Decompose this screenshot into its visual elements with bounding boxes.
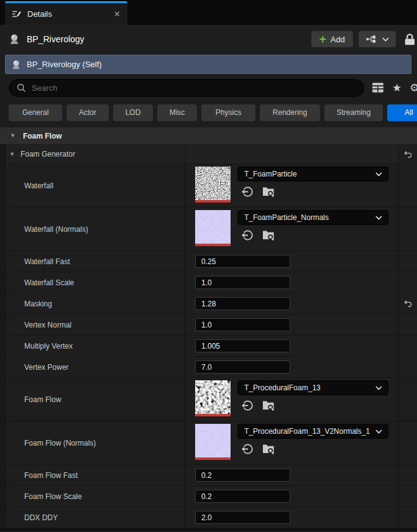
filter-button-all[interactable]: All: [387, 104, 417, 121]
property-row-foam-flow-normals: Foam Flow (Normals) T_ProceduralFoam_13_…: [0, 421, 417, 465]
actor-icon: [11, 60, 21, 70]
property-row-masking: Masking: [0, 293, 417, 314]
asset-dropdown[interactable]: T_FoamParticle_Normals: [237, 210, 388, 225]
filter-button-row: GeneralActorLODMiscPhysicsRenderingStrea…: [0, 101, 417, 124]
indent-guide: [6, 164, 13, 207]
search-side-icons: ★ ⚙: [372, 82, 417, 93]
number-input[interactable]: [196, 471, 290, 480]
filter-button-rendering[interactable]: Rendering: [260, 104, 320, 121]
indent-guide: [6, 507, 13, 528]
self-object-row[interactable]: BP_Riverology (Self): [5, 55, 411, 74]
browse-to-asset-icon[interactable]: [262, 229, 275, 242]
number-field[interactable]: [195, 339, 290, 352]
reset-to-default-icon[interactable]: [403, 299, 413, 308]
texture-thumbnail[interactable]: [195, 424, 231, 460]
indent-guide: [6, 336, 13, 356]
use-selected-asset-icon[interactable]: [241, 399, 254, 412]
thumbnail-underline: [195, 244, 231, 246]
property-matrix-icon[interactable]: [372, 82, 384, 93]
number-field[interactable]: [195, 469, 290, 482]
expander-arrow-icon[interactable]: ▼: [10, 133, 16, 139]
subobjects-menu-button[interactable]: [359, 31, 396, 47]
close-icon[interactable]: ✕: [114, 9, 121, 19]
asset-dropdown[interactable]: T_ProceduralFoam_13: [237, 380, 388, 395]
property-label: Foam Flow Scale: [24, 492, 82, 501]
filter-button-general[interactable]: General: [9, 104, 62, 121]
property-grid: ▼ Foam Generator Waterfall: [0, 145, 417, 528]
browse-to-asset-icon[interactable]: [262, 399, 275, 412]
filter-button-streaming[interactable]: Streaming: [324, 104, 383, 121]
actor-icon: [9, 34, 20, 45]
favorites-star-icon[interactable]: ★: [392, 83, 401, 93]
panel-bottom-edge: [0, 528, 417, 531]
search-box[interactable]: [9, 79, 364, 97]
add-button[interactable]: + Add: [311, 31, 353, 47]
number-input[interactable]: [196, 300, 290, 308]
reset-cell: [398, 507, 417, 528]
reset-cell: [398, 336, 417, 356]
number-input[interactable]: [196, 278, 290, 287]
property-row-vertex-power: Vertex Power: [0, 357, 417, 378]
number-field[interactable]: [195, 490, 290, 503]
property-label: Waterfall Scale: [24, 278, 74, 287]
reset-cell: [398, 164, 417, 207]
number-input[interactable]: [196, 257, 290, 266]
filter-button-physics[interactable]: Physics: [201, 104, 255, 121]
category-row-foam-flow[interactable]: ▼ Foam Flow: [0, 127, 417, 145]
reset-cell: [398, 421, 417, 464]
texture-thumbnail[interactable]: [195, 167, 231, 203]
thumbnail-underline: [195, 200, 231, 203]
group-row-foam-generator[interactable]: ▼ Foam Generator: [0, 145, 417, 164]
indent-guide: [6, 293, 13, 314]
use-selected-asset-icon[interactable]: [241, 443, 254, 456]
reset-to-default-icon[interactable]: [403, 150, 413, 159]
number-field[interactable]: [195, 255, 290, 268]
property-row-ddx-ddy: DDX DDY: [0, 507, 417, 528]
number-field[interactable]: [195, 297, 290, 310]
texture-thumbnail[interactable]: [195, 210, 231, 246]
search-input[interactable]: [32, 83, 356, 93]
tab-details[interactable]: Details ✕: [5, 1, 127, 25]
filter-button-actor[interactable]: Actor: [66, 104, 109, 121]
row-gutter: [0, 164, 6, 207]
row-gutter: [0, 251, 6, 272]
reset-cell: [398, 314, 417, 335]
lock-icon[interactable]: [403, 33, 417, 45]
details-header: BP_Riverology + Add: [0, 25, 417, 53]
row-gutter: [0, 465, 6, 485]
settings-gear-icon[interactable]: ⚙: [410, 83, 417, 93]
details-icon: [12, 9, 22, 19]
texture-thumbnail[interactable]: [195, 380, 231, 416]
number-input[interactable]: [196, 492, 290, 501]
property-row-multiply-vertex: Multiply Vertex: [0, 336, 417, 357]
number-input[interactable]: [196, 342, 290, 351]
property-row-waterfall: Waterfall T_FoamParticle: [0, 164, 417, 208]
number-field[interactable]: [195, 360, 290, 374]
object-name: BP_Riverology: [27, 34, 85, 44]
number-field[interactable]: [195, 511, 290, 524]
property-label: Foam Flow Fast: [24, 471, 78, 480]
filter-button-lod[interactable]: LOD: [113, 104, 153, 121]
reset-cell: [398, 378, 417, 421]
reset-cell: [398, 145, 417, 163]
asset-name: T_FoamParticle_Normals: [244, 213, 373, 222]
use-selected-asset-icon[interactable]: [241, 185, 254, 198]
add-plus-icon: +: [319, 33, 326, 45]
property-label: Vertex Power: [24, 363, 68, 372]
browse-to-asset-icon[interactable]: [262, 185, 275, 198]
search-icon: [17, 83, 26, 93]
number-field[interactable]: [195, 318, 290, 331]
number-input[interactable]: [196, 321, 290, 329]
expander-arrow-icon[interactable]: ▼: [9, 152, 15, 157]
tab-title: Details: [27, 9, 52, 19]
asset-dropdown[interactable]: T_FoamParticle: [237, 167, 388, 181]
row-gutter: [0, 314, 6, 335]
number-field[interactable]: [195, 276, 290, 289]
number-input[interactable]: [196, 363, 290, 372]
asset-dropdown[interactable]: T_ProceduralFoam_13_V2Normals_1: [237, 424, 388, 439]
filter-button-misc[interactable]: Misc: [157, 104, 197, 121]
use-selected-asset-icon[interactable]: [241, 229, 254, 242]
browse-to-asset-icon[interactable]: [262, 443, 275, 456]
number-input[interactable]: [196, 513, 290, 522]
indent-guide: [6, 251, 13, 272]
